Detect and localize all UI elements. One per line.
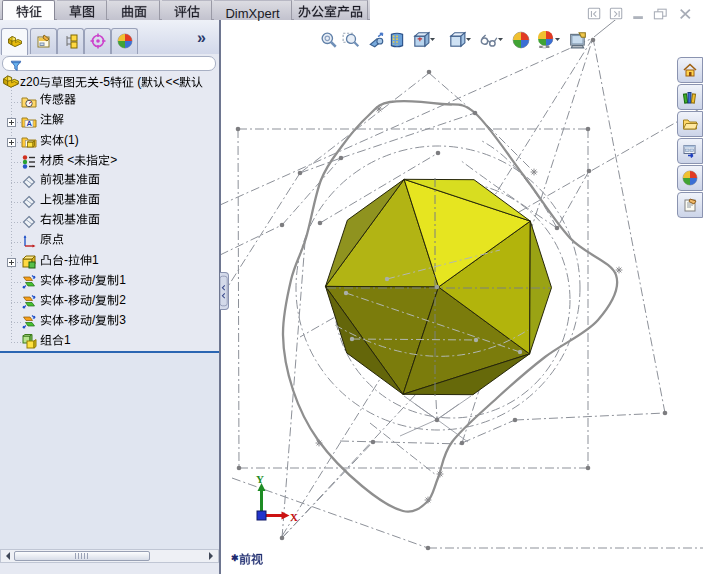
svg-text:Y: Y [256, 473, 264, 485]
svg-text:A: A [26, 119, 32, 128]
svg-text:X: X [290, 511, 298, 523]
